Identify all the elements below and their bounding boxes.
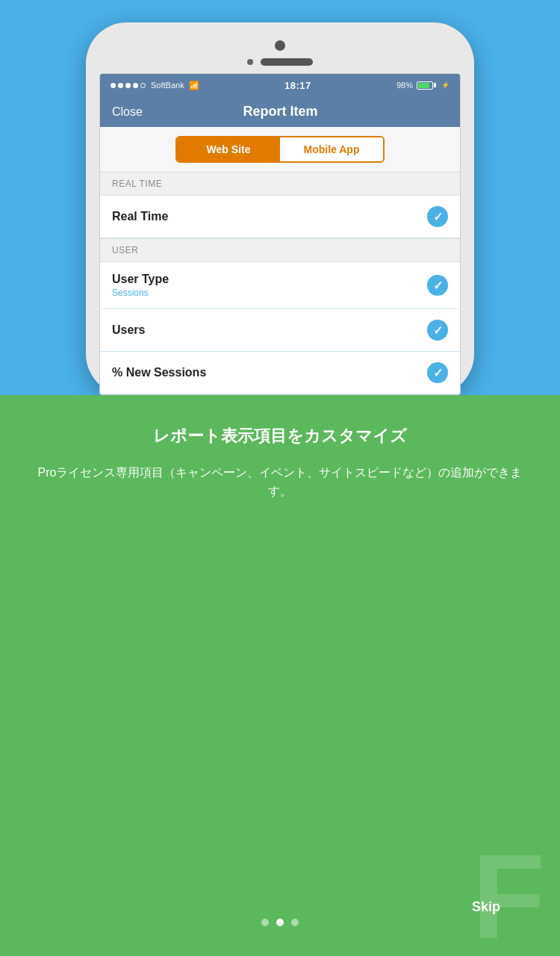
signal-dot-3 xyxy=(125,83,131,88)
signal-dot-2 xyxy=(118,83,123,88)
page-dot-2[interactable] xyxy=(276,919,284,926)
segment-website-button[interactable]: Web Site xyxy=(177,137,280,161)
newsessions-title: % New Sessions xyxy=(112,366,206,379)
list-item-newsessions-content: % New Sessions xyxy=(112,366,206,379)
list-item-usertype-content: User Type Sessions xyxy=(112,273,169,298)
phone-frame: SoftBank 📶 18:17 98% ⚡ Close xyxy=(86,22,474,395)
bottom-title: レポート表示項目をカスタマイズ xyxy=(153,425,407,448)
segment-area: Web Site Mobile App xyxy=(100,127,460,172)
phone-speaker-icon xyxy=(261,58,313,66)
segment-mobileapp-button[interactable]: Mobile App xyxy=(280,137,383,161)
page-dots xyxy=(261,919,299,926)
phone-screen: SoftBank 📶 18:17 98% ⚡ Close xyxy=(99,73,461,395)
list-item-realtime[interactable]: Real Time ✓ xyxy=(100,196,460,238)
phone-dot-icon xyxy=(247,59,253,65)
battery-fill xyxy=(418,83,429,88)
signal-dot-1 xyxy=(111,83,116,88)
bottom-footer: Skip xyxy=(30,919,530,934)
bottom-area: レポート表示項目をカスタマイズ Proライセンス専用項目（キャンペーン、イベント… xyxy=(0,395,560,956)
watermark-f: F xyxy=(472,836,545,956)
nav-title: Report Item xyxy=(243,104,317,120)
section-realtime-header: REAL TIME xyxy=(100,172,460,196)
skip-button[interactable]: Skip xyxy=(472,899,500,915)
phone-top-bar xyxy=(99,36,461,73)
battery-percent: 98% xyxy=(396,81,413,90)
close-button[interactable]: Close xyxy=(112,105,143,119)
list-item-newsessions[interactable]: % New Sessions ✓ xyxy=(100,352,460,394)
realtime-title: Real Time xyxy=(112,210,168,223)
battery-tip xyxy=(434,83,436,87)
signal-dot-5 xyxy=(140,83,146,88)
phone-speaker-area xyxy=(247,58,313,66)
list-item-realtime-content: Real Time xyxy=(112,210,168,223)
status-time: 18:17 xyxy=(284,80,311,91)
list-item-users-content: Users xyxy=(112,323,145,337)
phone-camera-icon xyxy=(275,40,285,51)
wifi-icon: 📶 xyxy=(189,81,199,90)
newsessions-check-icon: ✓ xyxy=(427,362,448,383)
users-check-icon: ✓ xyxy=(427,320,448,341)
bottom-content: レポート表示項目をカスタマイズ Proライセンス専用項目（キャンペーン、イベント… xyxy=(30,425,530,501)
usertype-check-icon: ✓ xyxy=(427,275,448,296)
signal-dot-4 xyxy=(133,83,138,88)
realtime-check-icon: ✓ xyxy=(427,206,448,227)
list-item-users[interactable]: Users ✓ xyxy=(100,309,460,352)
top-area: SoftBank 📶 18:17 98% ⚡ Close xyxy=(0,0,560,395)
status-left: SoftBank 📶 xyxy=(111,81,199,90)
usertype-title: User Type xyxy=(112,273,169,286)
carrier-label: SoftBank xyxy=(151,81,184,90)
users-title: Users xyxy=(112,323,145,337)
page-dot-1[interactable] xyxy=(261,919,269,926)
status-bar: SoftBank 📶 18:17 98% ⚡ xyxy=(100,74,460,96)
status-right: 98% ⚡ xyxy=(396,81,449,90)
bolt-icon: ⚡ xyxy=(441,81,449,89)
nav-bar: Close Report Item xyxy=(100,96,460,127)
battery-body xyxy=(417,81,433,90)
page-dot-3[interactable] xyxy=(291,919,299,926)
usertype-subtitle: Sessions xyxy=(112,288,169,298)
list-item-usertype[interactable]: User Type Sessions ✓ xyxy=(100,262,460,309)
segment-control[interactable]: Web Site Mobile App xyxy=(175,136,385,163)
section-user-header: USER xyxy=(100,238,460,262)
bottom-description: Proライセンス専用項目（キャンペーン、イベント、サイトスピードなど）の追加がで… xyxy=(30,463,530,501)
battery-icon xyxy=(417,81,436,90)
